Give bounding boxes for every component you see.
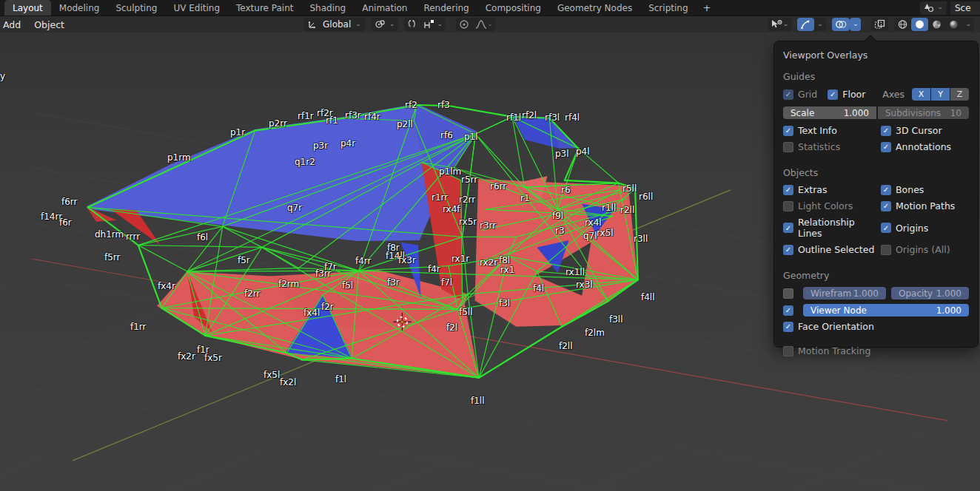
checkbox-checked[interactable]: ✓ [828,89,838,100]
checkbox-checked[interactable]: ✓ [881,142,891,152]
objects-extras[interactable]: ✓Extras [783,184,881,195]
snap-toggle[interactable] [404,18,420,31]
checkbox-checked[interactable]: ✓ [881,223,891,233]
checkbox-label: Outline Selected [798,244,874,255]
pivot-point-dropdown[interactable]: ⌄ [371,18,399,31]
checkbox-unchecked[interactable] [783,142,793,152]
workspace-tab-modeling[interactable]: Modeling [51,0,108,16]
shading-material-button[interactable] [928,18,945,31]
guides-annotations[interactable]: ✓Annotations [881,141,969,152]
objects-outline-selected[interactable]: ✓Outline Selected [783,244,881,255]
axes-toggle-z[interactable]: Z [950,88,969,101]
checkbox-label: Floor [842,89,865,100]
scale-slider[interactable]: Scale 1.000 [783,106,876,119]
snap-target-dropdown[interactable]: ⌄ [420,18,446,31]
checkbox-checked[interactable]: ✓ [881,201,891,211]
checkbox-unchecked[interactable] [783,346,793,356]
menu-object[interactable]: Object [27,19,71,30]
shading-solid-button[interactable] [911,18,928,31]
proportional-edit-toggle[interactable] [456,18,472,31]
scene-selector[interactable]: ⌄ [920,1,947,15]
checkbox-label: Bones [896,184,924,195]
shading-dropdown[interactable]: ⌄ [962,18,974,31]
menu-add[interactable]: Add [0,19,27,30]
objects-motion-paths[interactable]: ✓Motion Paths [881,200,969,211]
checkbox-label: Origins (All) [896,244,950,255]
workspace-tabs: LayoutModelingSculptingUV EditingTexture… [0,0,697,16]
subdivisions-slider[interactable]: Subdivisions 10 [878,106,969,119]
objects-origins[interactable]: ✓Origins [881,217,969,239]
workspace-tab-layout[interactable]: Layout [4,0,51,16]
wireframe-checkbox[interactable] [783,288,798,299]
gizmo-icon [800,19,811,30]
checkbox-checked[interactable]: ✓ [783,126,793,136]
workspace-tab-scripting[interactable]: Scripting [640,0,696,16]
shading-rendered-button[interactable] [945,18,962,31]
section-guides: Guides [783,71,969,82]
objects-relationship-lines[interactable]: ✓Relationship Lines [783,217,881,239]
magnet-icon [407,19,417,30]
falloff-dropdown[interactable]: ⌄ [472,18,496,31]
workspace-tab-animation[interactable]: Animation [354,0,415,16]
overlays-toggle[interactable] [832,18,850,31]
checkbox-unchecked[interactable] [783,201,793,211]
guides-text-info[interactable]: ✓Text Info [783,125,881,136]
opacity-value: 1.000 [936,288,961,299]
object-visibility-dropdown[interactable]: ⌄ [768,18,792,31]
scene-icon [924,3,935,13]
opacity-label: Opacity [899,288,933,299]
motion-tracking-checkbox[interactable]: Motion Tracking [783,345,870,356]
opacity-slider[interactable]: Opacity 1.000 [891,287,969,299]
checkbox-checked[interactable]: ✓ [881,126,891,136]
scene-name[interactable]: Sce [950,1,980,15]
guides-statistics[interactable]: Statistics [783,141,881,152]
workspace-tab-rendering[interactable]: Rendering [415,0,477,16]
workspace-tab-geometry-nodes[interactable]: Geometry Nodes [549,0,640,16]
axes-toggle-y[interactable]: Y [931,88,950,101]
objects-origins-all-[interactable]: Origins (All) [881,244,969,255]
workspace-tab-sculpting[interactable]: Sculpting [107,0,165,16]
objects-bones[interactable]: ✓Bones [881,184,969,195]
chevron-down-icon: ⌄ [853,21,859,27]
checkbox-checked[interactable]: ✓ [783,223,793,233]
viewer-node-slider[interactable]: Viewer Node 1.000 [803,304,969,316]
topbar-right: ⌄ Sce [920,0,980,16]
shading-wireframe-icon [897,19,908,30]
shading-wireframe-button[interactable] [894,18,911,31]
checkbox-checked[interactable]: ✓ [783,245,793,255]
objects-light-colors[interactable]: Light Colors [783,200,881,211]
checkbox-checked[interactable]: ✓ [783,89,793,100]
checkbox-checked[interactable]: ✓ [881,185,891,195]
gizmos-toggle[interactable] [797,18,814,31]
workspace-tab-compositing[interactable]: Compositing [477,0,549,16]
checkbox-checked[interactable]: ✓ [783,185,793,195]
wireframe-value: 1.000 [853,288,879,299]
add-workspace-button[interactable]: + [697,0,718,16]
axes-toggle-x[interactable]: X [912,88,930,101]
workspace-tab-texture-paint[interactable]: Texture Paint [228,0,301,16]
face-orientation-checkbox[interactable]: ✓Face Orientation [783,321,874,332]
viewport-overlays-popover: Viewport Overlays Guides ✓Grid ✓Floor Ax… [773,41,979,348]
checkbox-label: Light Colors [798,200,853,211]
axes-toggle-group: XYZ [912,88,969,101]
workspace-tab-uv-editing[interactable]: UV Editing [165,0,228,16]
wireframe-slider[interactable]: Wirefram 1.000 [803,287,886,299]
proportional-edit-icon [459,19,469,30]
chevron-down-icon: ⌄ [783,21,789,27]
checkbox-checked[interactable]: ✓ [783,322,793,332]
overlays-dropdown[interactable]: ⌄ [850,18,862,31]
checkbox-unchecked[interactable] [881,245,891,255]
guides-3d-cursor[interactable]: ✓3D Cursor [881,125,969,136]
checkbox-label: Text Info [798,125,837,136]
grid-checkbox[interactable]: ✓Grid [783,89,817,100]
floor-checkbox[interactable]: ✓Floor [828,89,865,100]
viewer-node-checkbox[interactable]: ✓ [783,305,798,316]
checkbox-checked[interactable]: ✓ [783,305,793,316]
xray-toggle[interactable] [871,18,888,31]
shading-solid-icon [914,19,925,30]
workspace-tab-shading[interactable]: Shading [301,0,354,16]
transform-orientation-dropdown[interactable]: Global ⌄ [303,18,365,31]
gizmos-dropdown[interactable]: ⌄ [814,18,826,31]
checkbox-unchecked[interactable] [783,288,793,299]
transform-orientation-icon [307,19,318,30]
